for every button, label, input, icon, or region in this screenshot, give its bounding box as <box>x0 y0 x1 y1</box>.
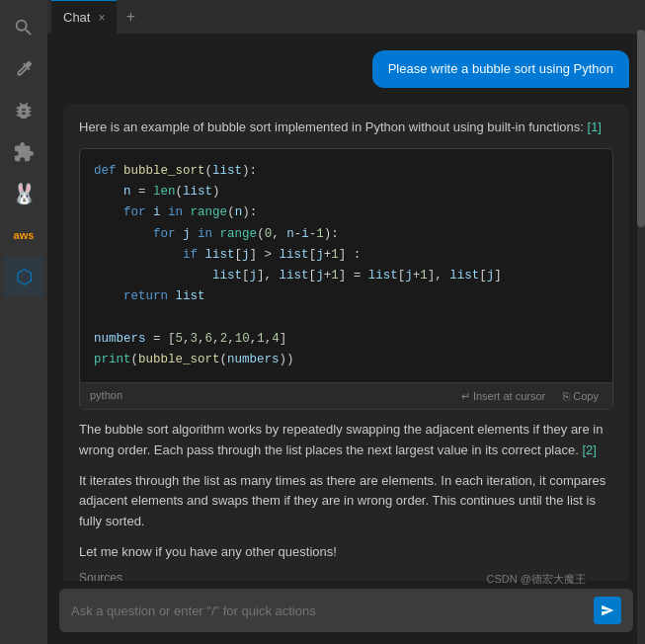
input-box <box>59 589 633 632</box>
user-message: Please write a bubble sort using Python <box>63 50 629 88</box>
aws-icon[interactable]: aws <box>4 215 43 255</box>
intro-ref-link[interactable]: [1] <box>588 120 602 134</box>
para1-ref-link[interactable]: [2] <box>582 443 596 457</box>
assistant-para2: It iterates through the list as many tim… <box>79 471 613 532</box>
assistant-para1: The bubble sort algorithm works by repea… <box>79 420 613 461</box>
tab-add-button[interactable]: + <box>117 3 144 31</box>
search-icon[interactable] <box>4 8 43 47</box>
extensions-icon[interactable] <box>4 132 43 172</box>
scrollbar-thumb[interactable] <box>637 30 645 227</box>
insert-cursor-button[interactable]: ↵ Insert at cursor <box>457 388 549 405</box>
chat-input[interactable] <box>71 604 586 618</box>
run-debug-icon[interactable] <box>4 91 43 130</box>
tab-bar: Chat × + <box>47 0 645 35</box>
sources-section: Sources <box>79 563 613 581</box>
assistant-intro: Here is an example of bubble sort implem… <box>79 118 613 138</box>
send-button[interactable] <box>594 597 621 624</box>
main-panel: Chat × + Please write a bubble sort usin… <box>47 0 645 644</box>
git-icon[interactable] <box>4 49 43 89</box>
code-actions: ↵ Insert at cursor ⎘ Copy <box>457 388 603 405</box>
scrollbar-track <box>637 0 645 644</box>
chat-area: Please write a bubble sort using Python … <box>47 35 645 581</box>
tab-chat[interactable]: Chat × <box>51 0 117 35</box>
tab-chat-label: Chat <box>63 10 90 25</box>
assistant-message: Here is an example of bubble sort implem… <box>63 104 629 581</box>
code-footer: python ↵ Insert at cursor ⎘ Copy <box>80 382 612 409</box>
copy-button[interactable]: ⎘ Copy <box>559 388 603 404</box>
input-area <box>47 581 645 644</box>
code-language: python <box>90 387 122 405</box>
sidebar: 🐰 aws ⬡ <box>0 0 47 644</box>
code-content: def bubble_sort(list): n = len(list) for… <box>80 149 612 383</box>
sources-label: Sources <box>79 571 122 581</box>
user-bubble: Please write a bubble sort using Python <box>372 50 629 88</box>
assistant-closing: Let me know if you have any other questi… <box>79 542 613 563</box>
tab-close-button[interactable]: × <box>98 12 105 24</box>
copilot-chat-icon[interactable]: ⬡ <box>4 257 43 296</box>
code-block: def bubble_sort(list): n = len(list) for… <box>79 148 613 410</box>
copilot-icon[interactable]: 🐰 <box>4 174 43 213</box>
